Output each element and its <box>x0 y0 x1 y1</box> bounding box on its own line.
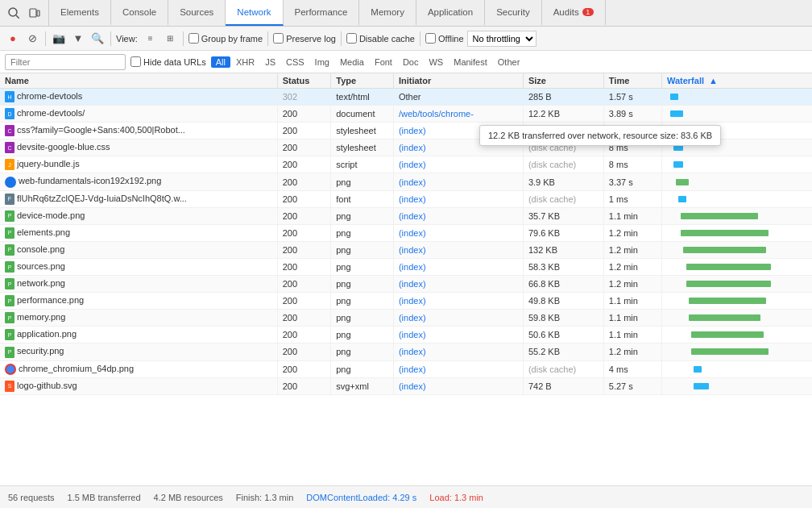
tab-application[interactable]: Application <box>416 0 485 26</box>
col-initiator-header[interactable]: Initiator <box>393 73 523 89</box>
table-row[interactable]: Pnetwork.png200png(index)66.8 KB1.2 min <box>0 276 812 293</box>
table-row[interactable]: Slogo-github.svg200svg+xml(index)742 B5.… <box>0 377 812 394</box>
tab-audits[interactable]: Audits 1 <box>542 0 606 26</box>
offline-input[interactable] <box>425 33 436 44</box>
col-type-header[interactable]: Type <box>331 73 394 89</box>
file-type-icon: P <box>5 261 14 273</box>
initiator-link[interactable]: /web/tools/chrome- <box>399 109 474 119</box>
table-row[interactable]: Pperformance.png200png(index)49.8 KB1.1 … <box>0 293 812 310</box>
type-filter-other[interactable]: Other <box>493 56 525 68</box>
disable-cache-checkbox[interactable]: Disable cache <box>346 33 415 44</box>
separator-3 <box>183 31 184 46</box>
table-row[interactable]: web-fundamentals-icon192x192.png200png(i… <box>0 173 812 190</box>
col-status-header[interactable]: Status <box>277 73 331 89</box>
initiator-link[interactable]: (index) <box>399 347 426 356</box>
type-filter-media[interactable]: Media <box>335 56 369 68</box>
initiator-link[interactable]: (index) <box>399 177 426 187</box>
initiator-link[interactable]: (index) <box>399 381 426 391</box>
col-size-header[interactable]: Size <box>523 73 603 89</box>
preserve-log-checkbox[interactable]: Preserve log <box>273 33 336 44</box>
file-type-icon: P <box>5 312 14 323</box>
size-tooltip: 12.2 KB transferred over network, resour… <box>479 125 721 146</box>
col-name-header[interactable]: Name <box>0 73 277 89</box>
table-row[interactable]: Papplication.png200png(index)50.6 KB1.1 … <box>0 327 812 344</box>
table-row[interactable]: Hchrome-devtools302text/htmlOther285 B1.… <box>0 89 812 106</box>
tab-network[interactable]: Network <box>226 0 283 26</box>
initiator-link[interactable]: (index) <box>399 143 426 152</box>
table-row[interactable]: Psources.png200png(index)58.3 KB1.2 min <box>0 258 812 275</box>
file-type-icon: H <box>5 91 14 102</box>
view-list-icon[interactable]: ≡ <box>143 31 159 47</box>
initiator-link[interactable]: (index) <box>399 211 426 221</box>
tab-performance[interactable]: Performance <box>284 0 360 26</box>
initiator-link[interactable]: (index) <box>399 296 426 306</box>
initiator-link[interactable]: (index) <box>399 245 426 255</box>
type-filter-ws[interactable]: WS <box>424 56 448 68</box>
waterfall-bar <box>670 94 678 100</box>
initiator-link[interactable]: (index) <box>399 160 426 169</box>
finish-time: Finish: 1.3 min <box>236 493 294 502</box>
offline-checkbox[interactable]: Offline <box>425 33 464 44</box>
type-filter-all[interactable]: All <box>211 56 230 68</box>
initiator-link[interactable]: (index) <box>399 126 426 135</box>
filter-input[interactable] <box>5 54 126 70</box>
tab-console[interactable]: Console <box>111 0 168 26</box>
tab-sources[interactable]: Sources <box>168 0 226 26</box>
view-grid-icon[interactable]: ⊞ <box>162 31 178 47</box>
filter-toggle-icon[interactable]: ▼ <box>70 31 86 47</box>
filter-bar: Hide data URLs AllXHRJSCSSImgMediaFontDo… <box>0 51 812 73</box>
table-row[interactable]: Psecurity.png200png(index)55.2 KB1.2 min <box>0 344 812 360</box>
svg-line-1 <box>16 15 19 19</box>
disable-cache-input[interactable] <box>346 33 357 44</box>
table-row[interactable]: Jjquery-bundle.js200script(index)(disk c… <box>0 156 812 173</box>
waterfall-bar <box>691 348 768 355</box>
initiator-link[interactable]: (index) <box>399 330 426 339</box>
waterfall-bar <box>694 383 709 389</box>
dom-loaded-time: DOMContentLoaded: 4.29 s <box>306 493 416 502</box>
waterfall-bar <box>689 314 761 321</box>
clear-button[interactable]: ⊘ <box>24 31 40 47</box>
device-mode-icon[interactable] <box>26 4 44 22</box>
initiator-link[interactable]: (index) <box>399 364 426 374</box>
type-filter-font[interactable]: Font <box>370 56 397 68</box>
hide-data-urls-checkbox[interactable]: Hide data URLs <box>130 56 206 67</box>
type-filter-xhr[interactable]: XHR <box>231 56 259 68</box>
group-by-frame-input[interactable] <box>188 33 199 44</box>
table-row[interactable]: Pmemory.png200png(index)59.8 KB1.1 min <box>0 310 812 327</box>
throttle-select[interactable]: No throttling <box>467 31 536 47</box>
tab-memory[interactable]: Memory <box>359 0 416 26</box>
table-row[interactable]: Dchrome-devtools/200document/web/tools/c… <box>0 106 812 123</box>
inspect-icon[interactable] <box>5 4 23 22</box>
type-filter-css[interactable]: CSS <box>281 56 309 68</box>
table-row[interactable]: Pconsole.png200png(index)132 KB1.2 min <box>0 241 812 258</box>
separator-1 <box>45 31 46 46</box>
preserve-log-input[interactable] <box>273 33 284 44</box>
initiator-link[interactable]: (index) <box>399 228 426 238</box>
table-row[interactable]: chrome_chromium_64dp.png200png(index)(di… <box>0 360 812 377</box>
load-time: Load: 1.3 min <box>429 493 483 502</box>
search-icon[interactable]: 🔍 <box>89 31 106 47</box>
group-by-frame-checkbox[interactable]: Group by frame <box>188 33 263 44</box>
initiator-link[interactable]: (index) <box>399 194 426 204</box>
table-row[interactable]: Pelements.png200png(index)79.6 KB1.2 min <box>0 224 812 241</box>
table-row[interactable]: Pdevice-mode.png200png(index)35.7 KB1.1 … <box>0 207 812 224</box>
col-waterfall-header[interactable]: Waterfall ▲ <box>661 73 812 89</box>
table-row[interactable]: FflUhRq6tzZclQEJ-Vdg-IuiaDsNcIhQ8tQ.w...… <box>0 190 812 207</box>
type-filter-js[interactable]: JS <box>260 56 280 68</box>
tab-elements[interactable]: Elements <box>49 0 111 26</box>
chrome-icon <box>5 364 16 375</box>
file-type-icon: P <box>5 329 14 340</box>
tab-security[interactable]: Security <box>485 0 542 26</box>
initiator-link[interactable]: (index) <box>399 279 426 289</box>
hide-data-urls-input[interactable] <box>130 56 141 67</box>
col-time-header[interactable]: Time <box>603 73 661 89</box>
waterfall-bar <box>681 213 758 219</box>
type-filter-manifest[interactable]: Manifest <box>449 56 492 68</box>
waterfall-bar <box>694 366 702 373</box>
initiator-link[interactable]: (index) <box>399 313 426 323</box>
screenshot-icon[interactable]: 📷 <box>51 31 67 47</box>
type-filter-doc[interactable]: Doc <box>398 56 424 68</box>
type-filter-img[interactable]: Img <box>310 56 334 68</box>
record-button[interactable]: ● <box>5 31 21 47</box>
initiator-link[interactable]: (index) <box>399 262 426 272</box>
